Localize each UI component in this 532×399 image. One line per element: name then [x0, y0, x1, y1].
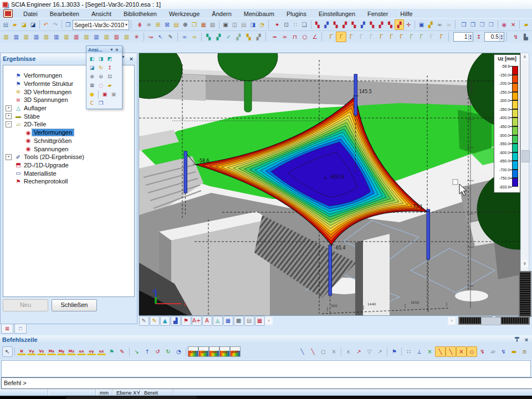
invert-selection-icon[interactable]: ▚: [367, 19, 376, 30]
close-icon[interactable]: ×: [128, 55, 135, 62]
print-preview-icon[interactable]: ◫: [230, 19, 239, 30]
result-uz-icon[interactable]: uz: [97, 348, 106, 355]
tree-item-2d-teile[interactable]: −▱2D-Teile: [3, 120, 134, 129]
result-mz-icon[interactable]: Mz: [67, 348, 76, 355]
tree-item-rechenprotokoll[interactable]: ⚑Rechenprotokoll: [3, 177, 134, 186]
menu-item-ändern[interactable]: Ändern: [206, 10, 237, 18]
tree-item-stäbe[interactable]: +▬Stäbe: [3, 112, 134, 120]
mirror-icon[interactable]: ▥: [41, 32, 51, 42]
horizontal-scroll-thumb[interactable]: [481, 317, 501, 325]
multicopy-icon[interactable]: ▥: [21, 32, 31, 42]
view-xy-icon[interactable]: ◧: [88, 54, 96, 63]
select-by-workplane-icon[interactable]: ▞: [395, 19, 403, 30]
select-by-property-icon[interactable]: ▚: [386, 19, 395, 30]
redo-icon[interactable]: ↷: [50, 19, 59, 30]
cursor-step-icon[interactable]: ↗: [375, 346, 385, 357]
circle-icon[interactable]: ○: [318, 346, 329, 357]
labels-on-icon[interactable]: A+: [192, 316, 202, 326]
zoom-selection-icon[interactable]: ◌: [96, 81, 105, 90]
zoom-out-icon[interactable]: ⊖: [96, 72, 105, 81]
menu-item-menübaum[interactable]: Menübaum: [238, 10, 280, 18]
view-flags-icon[interactable]: ⚑: [181, 316, 191, 326]
dot-grid-icon[interactable]: ∷: [291, 19, 300, 30]
view-xz-icon[interactable]: ◨: [96, 54, 105, 63]
copy-window-icon[interactable]: ❐: [459, 19, 468, 30]
structure-display-icon[interactable]: ▤: [244, 316, 254, 326]
picture-zoom-icon[interactable]: ⊡: [282, 19, 290, 30]
tree-item-spannungen[interactable]: ◉Spannungen: [3, 145, 134, 153]
break-icon[interactable]: ▥: [91, 32, 101, 42]
chamfer-icon[interactable]: ▥: [121, 32, 131, 42]
move-point-icon[interactable]: ↗: [354, 346, 364, 357]
layers-icon[interactable]: ≡: [144, 19, 153, 30]
table-composer-icon[interactable]: ▦: [199, 19, 208, 30]
labels-off-icon[interactable]: A: [202, 316, 212, 326]
rotate-icon[interactable]: ▥: [31, 32, 41, 42]
line-style-icon[interactable]: ━: [270, 32, 280, 42]
floor-display-icon[interactable]: ▦: [223, 316, 233, 326]
tab-main-tree[interactable]: ⊞: [1, 324, 13, 334]
fillet-icon[interactable]: ▥: [111, 32, 121, 42]
result-my-icon[interactable]: My: [57, 348, 66, 355]
scroll-left-icon[interactable]: ‹: [265, 317, 273, 325]
menu-item-einstellungen[interactable]: Einstellungen: [313, 10, 361, 18]
filter-selection-icon[interactable]: ▞: [377, 19, 386, 30]
render-settings-icon[interactable]: ▩: [234, 316, 244, 326]
view-point-icon[interactable]: ▲: [160, 316, 170, 326]
coordinates-icon[interactable]: ⊠: [162, 19, 171, 30]
new-button[interactable]: Neu: [3, 299, 48, 311]
menu-item-ansicht[interactable]: Ansicht: [85, 10, 117, 18]
save-all-icon[interactable]: ◪: [19, 19, 28, 30]
window-link-icon[interactable]: ❐: [487, 19, 495, 30]
bim-toolbox-icon[interactable]: ⋕: [135, 19, 144, 30]
remove-selection-icon[interactable]: ▚: [349, 19, 358, 30]
tree-item-2d-1d-upgrade[interactable]: ⬒2D-/1D-Upgrade: [3, 161, 134, 170]
horizontal-scrollbar[interactable]: [275, 316, 448, 325]
polyline-icon[interactable]: ╲: [308, 346, 318, 357]
drag-node-icon[interactable]: ↖: [156, 32, 166, 42]
previous-selection-icon[interactable]: ▞: [359, 19, 367, 30]
view-direction-icon[interactable]: Γ: [436, 32, 446, 42]
command-input[interactable]: Befehl >: [1, 377, 532, 389]
scale-results-icon[interactable]: ↕: [474, 32, 484, 42]
copy-icon[interactable]: ▥: [11, 32, 21, 42]
menu-item-hilfe[interactable]: Hilfe: [394, 10, 418, 18]
ruler-icon[interactable]: ▙: [521, 32, 531, 42]
send-picture-icon[interactable]: ▞: [426, 19, 435, 30]
expand-icon[interactable]: +: [6, 113, 12, 119]
clipboard-icon[interactable]: ▤: [172, 19, 181, 30]
select-arrow-icon[interactable]: ∧: [343, 346, 354, 357]
draw-line-icon[interactable]: ╲: [297, 346, 308, 357]
rotate-cw-icon[interactable]: ↻: [163, 346, 173, 357]
join-icon[interactable]: ▥: [101, 32, 111, 42]
center-selection-icon[interactable]: ✛: [404, 19, 413, 30]
close-all-icon[interactable]: ✕: [509, 19, 518, 30]
what-is-this-icon[interactable]: ❏: [300, 19, 309, 30]
result-def-icon[interactable]: DEF: [230, 346, 241, 357]
menu-item-plugins[interactable]: Plugins: [280, 10, 313, 18]
edit-polyline-icon[interactable]: ↯: [477, 346, 488, 357]
axis-jump-icon[interactable]: ↯: [511, 32, 521, 42]
check-structure-icon[interactable]: ✓: [223, 32, 233, 42]
connect-2d-icon[interactable]: ▞: [233, 32, 243, 42]
extreme-up-icon[interactable]: ↑: [142, 346, 152, 357]
expand-icon[interactable]: +: [6, 154, 12, 160]
line-grid-icon[interactable]: Γ: [336, 32, 346, 42]
export-icon[interactable]: ◨: [248, 19, 257, 30]
snap-midpoint-icon[interactable]: ╲: [446, 346, 456, 357]
rotate-ccw-icon[interactable]: ↺: [152, 346, 163, 357]
view-yz-icon[interactable]: ◩: [105, 54, 114, 63]
chevron-down-icon[interactable]: ▼: [110, 48, 114, 52]
explode-icon[interactable]: ✳: [131, 32, 141, 42]
result-uy-icon[interactable]: uy: [87, 348, 96, 355]
visibility-eye-icon[interactable]: ◉: [500, 19, 509, 30]
result-my2d-icon[interactable]: my: [219, 346, 230, 357]
result-gt-minus-icon[interactable]: Gt-: [198, 346, 209, 357]
local-axes-icon[interactable]: ⟂: [414, 346, 424, 357]
reverse-polyline-icon[interactable]: ↯: [498, 346, 509, 357]
menu-item-werkzeuge[interactable]: Werkzeuge: [163, 10, 206, 18]
curved-member-icon[interactable]: ↝: [146, 32, 156, 42]
table-input-icon[interactable]: ≣: [519, 346, 530, 357]
zoom-window-icon[interactable]: ⊡: [105, 72, 114, 81]
close-viewport-icon[interactable]: ❐: [64, 19, 73, 30]
